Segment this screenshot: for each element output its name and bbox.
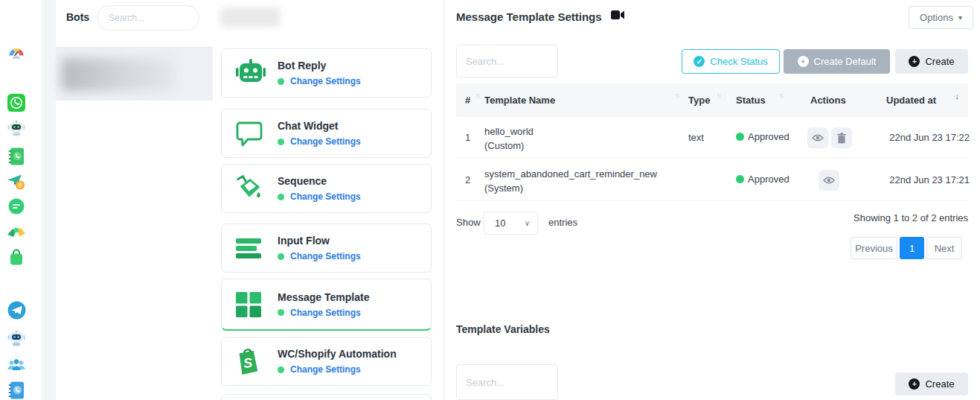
change-settings-link[interactable]: Change Settings: [290, 136, 361, 147]
approved-dot: [736, 133, 744, 141]
shopping-bag-icon[interactable]: [6, 247, 27, 268]
options-button[interactable]: Options ▾: [909, 6, 973, 29]
row-num: 1: [465, 132, 470, 143]
change-settings-link[interactable]: Change Settings: [290, 191, 361, 202]
create-default-button[interactable]: + Create Default: [784, 49, 890, 74]
pagination-previous[interactable]: Previous: [851, 237, 897, 259]
view-button[interactable]: [807, 127, 828, 148]
template-search-input[interactable]: [456, 45, 558, 77]
redacted-bot-name: [62, 58, 173, 91]
card-title: Message Template: [278, 291, 369, 303]
card-message-template[interactable]: Message Template Change Settings: [221, 279, 432, 331]
bot-settings-panel: Bot Reply Change Settings Chat Widget Ch…: [214, 0, 444, 400]
status-dot: [278, 253, 284, 260]
table-row: 2 system_abandoned_cart_reminder_new (Sy…: [456, 159, 968, 201]
pagination-page-1[interactable]: 1: [900, 237, 924, 259]
col-updated-at[interactable]: Updated at: [886, 95, 936, 106]
col-template-name[interactable]: Template Name: [484, 95, 555, 106]
page-size-select[interactable]: 10 ∨: [484, 212, 538, 235]
entries-label: entries: [548, 217, 577, 228]
message-template-icon: [234, 291, 270, 319]
delete-button[interactable]: [831, 127, 852, 148]
card-wc-shopify-automation[interactable]: S WC/Shopify Automation Change Settings: [221, 337, 432, 386]
bots-panel-title: Bots: [66, 11, 89, 23]
page-size-value: 10: [495, 218, 505, 229]
create-button[interactable]: + Create: [895, 49, 968, 74]
create-default-label: Create Default: [814, 56, 877, 67]
rail-gutter: [43, 0, 56, 400]
change-settings-link[interactable]: Change Settings: [290, 364, 361, 375]
sort-icon[interactable]: ↑↓: [717, 92, 720, 99]
table-row: 1 hello_world (Custom) text Approved 22n…: [456, 117, 968, 159]
change-settings-link[interactable]: Change Settings: [290, 251, 361, 261]
channel-icon-rail: [0, 0, 42, 400]
paper-plane-coin-icon[interactable]: [6, 171, 27, 192]
updated-at: 22nd Jun 23 17:21: [873, 174, 970, 185]
chat-widget-icon: [234, 119, 270, 147]
template-name: system_abandoned_cart_reminder_new: [484, 167, 657, 181]
chat-bubble-green-icon[interactable]: [6, 197, 27, 218]
change-settings-link[interactable]: Change Settings: [290, 76, 361, 86]
status-dot: [278, 366, 284, 373]
bot-list-item-selected[interactable]: [56, 47, 213, 101]
template-variables-search-input[interactable]: [456, 364, 558, 400]
check-status-label: Check Status: [710, 56, 767, 67]
hands-puzzle-icon[interactable]: [6, 222, 27, 243]
dashboard-icon[interactable]: [6, 43, 27, 64]
template-variant: (Custom): [484, 139, 534, 153]
robot-blue-icon[interactable]: [6, 328, 27, 349]
phonebook-blue-icon[interactable]: [6, 380, 27, 400]
updated-at: 22nd Jun 23 17:22: [873, 132, 970, 143]
show-label: Show: [456, 217, 481, 228]
col-type[interactable]: Type: [688, 95, 710, 106]
status-dot: [278, 139, 284, 145]
card-chat-widget[interactable]: Chat Widget Change Settings: [221, 109, 432, 158]
bot-reply-icon: [234, 58, 270, 88]
main-content: Message Template Settings Options ▾ ✓ Ch…: [445, 0, 980, 400]
template-variables-title: Template Variables: [456, 323, 550, 335]
col-actions[interactable]: Actions: [810, 95, 846, 106]
caret-down-icon: ∨: [525, 219, 530, 227]
view-button[interactable]: [819, 170, 839, 191]
card-bot-reply[interactable]: Bot Reply Change Settings: [221, 48, 432, 98]
col-status[interactable]: Status: [736, 95, 766, 106]
change-settings-link[interactable]: Change Settings: [290, 308, 361, 318]
people-blue-icon[interactable]: [6, 355, 27, 375]
status-cell: Approved: [736, 174, 790, 185]
sort-icon[interactable]: ↑↓: [675, 92, 679, 99]
status-dot: [278, 78, 284, 85]
row-num: 2: [465, 174, 470, 185]
whatsapp-icon[interactable]: [6, 92, 27, 113]
create-label: Create: [925, 56, 954, 67]
card-input-flow[interactable]: Input Flow Change Settings: [221, 223, 432, 273]
approved-dot: [736, 175, 744, 183]
check-status-button[interactable]: ✓ Check Status: [682, 49, 780, 74]
page-title: Message Template Settings: [456, 10, 602, 23]
sort-icon[interactable]: ↑↓: [779, 92, 783, 99]
col-num[interactable]: #: [465, 95, 470, 106]
card-title: WC/Shopify Automation: [278, 348, 397, 360]
template-variables-create-button[interactable]: + Create: [895, 372, 968, 396]
template-name: hello_world: [484, 124, 534, 139]
input-flow-icon: [234, 235, 270, 261]
robot-green-icon[interactable]: [6, 118, 27, 139]
pagination-next[interactable]: Next: [926, 237, 962, 259]
bots-search-input[interactable]: [97, 5, 199, 31]
shopify-icon: S: [234, 346, 270, 377]
card-title: Chat Widget: [278, 120, 361, 132]
status-label: Approved: [748, 131, 790, 142]
telegram-icon[interactable]: [6, 299, 27, 320]
card-partial: [221, 394, 432, 400]
template-type: text: [688, 132, 704, 143]
plus-circle-icon: +: [909, 378, 920, 390]
sort-icon-active[interactable]: ↑↓: [953, 92, 958, 101]
card-title: Input Flow: [278, 235, 361, 247]
app-window: Bots Bot Reply Change Settings Chat Widg…: [0, 0, 980, 400]
status-label: Approved: [748, 174, 790, 185]
card-sequence[interactable]: Sequence Change Settings: [221, 164, 432, 213]
phonebook-green-icon[interactable]: [6, 146, 27, 167]
video-camera-icon[interactable]: [611, 10, 625, 23]
sort-icon[interactable]: ↑↓: [475, 92, 479, 99]
plus-circle-icon: +: [798, 56, 809, 67]
sequence-icon: [234, 174, 270, 203]
